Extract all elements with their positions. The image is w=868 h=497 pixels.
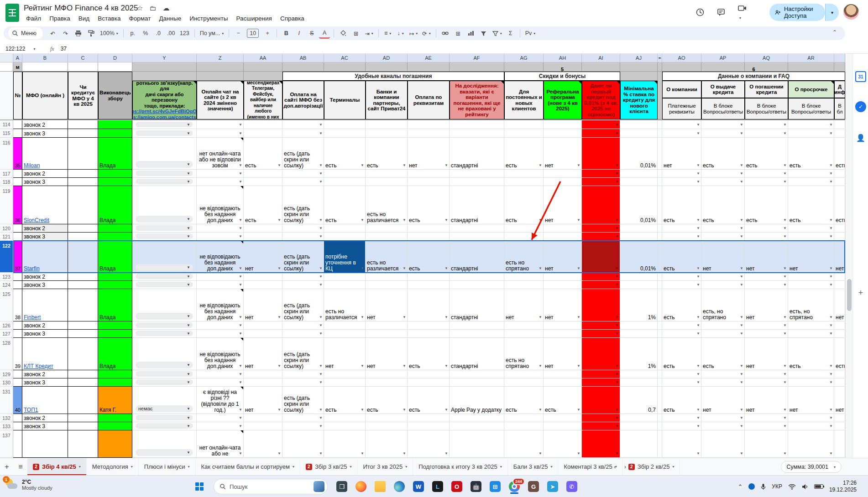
cell-124-AG[interactable] xyxy=(504,281,544,289)
cell-115-AI[interactable]: ▼ xyxy=(582,129,620,138)
cell-137-AS[interactable] xyxy=(834,430,845,458)
column-header-AO[interactable]: AO xyxy=(662,54,701,62)
cell-114-AB[interactable]: ▼ xyxy=(282,120,324,129)
battery-icon[interactable] xyxy=(814,484,823,489)
column-header-AH[interactable]: AH xyxy=(544,54,582,62)
cell-114-Z[interactable]: ▼ xyxy=(197,120,244,129)
cell-120-AE[interactable] xyxy=(408,224,450,233)
cell-116-AJ[interactable]: 0,01% xyxy=(620,138,658,170)
cell-131-AB[interactable]: есть (дать скрин или ссылку)▼ xyxy=(282,387,324,414)
cell-dropdown-arrow[interactable]: ▼ xyxy=(577,162,580,168)
select-all-box[interactable] xyxy=(0,54,13,62)
cell-115-AE[interactable] xyxy=(408,129,450,138)
cell-dropdown-arrow[interactable]: ▼ xyxy=(615,423,619,429)
column-title-AR-top[interactable]: О просрочке xyxy=(788,81,834,98)
cell-124-AS[interactable] xyxy=(834,281,845,289)
telegram-icon[interactable]: ➤ xyxy=(545,479,560,494)
cell-dropdown-arrow[interactable]: ▼ xyxy=(829,322,833,328)
cell-dropdown-arrow[interactable]: ▼ xyxy=(740,225,743,231)
cell-126-AP[interactable]: ▼ xyxy=(701,321,745,330)
cell-122-Y[interactable]: ▼ xyxy=(132,241,197,273)
cell-118-AF[interactable] xyxy=(450,178,504,186)
cell-dropdown-arrow[interactable]: ▼ xyxy=(783,274,787,280)
cell-117-AS[interactable] xyxy=(834,170,845,178)
cell-118-D[interactable] xyxy=(98,178,132,186)
column-title-AS-top[interactable]: Д инф xyxy=(834,81,845,98)
cell-117-A[interactable] xyxy=(13,170,22,178)
cell-131-AR[interactable]: нет▼ xyxy=(788,387,834,414)
vertical-align-button[interactable]: ↓▾ xyxy=(395,28,406,39)
cell-dropdown-arrow[interactable]: ▼ xyxy=(444,162,448,168)
cell-127-AC[interactable] xyxy=(324,330,366,338)
cell-120-AQ[interactable]: ▼ xyxy=(745,224,788,233)
cell-123-AC[interactable] xyxy=(324,273,366,281)
dropdown-128-Y[interactable]: ▼ xyxy=(136,362,193,368)
cell-125-AC[interactable]: есть но различается▼ xyxy=(324,289,366,321)
doc-title-icons[interactable]: ☆🗀☁ xyxy=(137,4,176,12)
band12-HID[interactable] xyxy=(658,62,662,72)
cell-129-HID[interactable] xyxy=(658,370,662,378)
cell-119-AP[interactable]: есть▼ xyxy=(701,186,745,224)
band12-AC[interactable] xyxy=(324,62,366,72)
cell-133-D[interactable] xyxy=(98,422,132,430)
cell-118-AQ[interactable]: ▼ xyxy=(745,178,788,186)
cell-127-A[interactable] xyxy=(13,330,22,338)
cell-129-A[interactable] xyxy=(13,370,22,378)
cell-dropdown-arrow[interactable]: ▼ xyxy=(539,363,542,369)
tab-menu-arrow[interactable]: ▾ xyxy=(550,465,552,469)
cell-dropdown-arrow[interactable]: ▼ xyxy=(361,217,364,223)
column-header-AQ[interactable]: AQ xyxy=(745,54,788,62)
cell-120-AI[interactable]: ▼ xyxy=(582,224,620,233)
cell-123-D[interactable] xyxy=(98,273,132,281)
cell-119-AS[interactable]: есть xyxy=(834,186,845,224)
tab-Итог 3 кв 2025[interactable]: Итог 3 кв 2025▾ xyxy=(357,458,413,476)
cell-dropdown-arrow[interactable]: ▼ xyxy=(740,282,743,288)
cell-dropdown-arrow[interactable]: ▼ xyxy=(319,331,323,337)
tabs-prev-button[interactable]: ‹ xyxy=(614,463,616,470)
column-title-AO-bottom[interactable]: Платежные реквизиты xyxy=(662,98,701,119)
cell-133-AQ[interactable]: ▼ xyxy=(745,422,788,430)
cell-dropdown-arrow[interactable]: ▼ xyxy=(319,371,323,377)
cell-132-HID[interactable] xyxy=(658,414,662,422)
cell-126-AB[interactable]: ▼ xyxy=(282,321,324,330)
band12-Y[interactable] xyxy=(132,62,197,72)
cell-dropdown-arrow[interactable]: ▼ xyxy=(740,171,743,176)
band12-gut[interactable] xyxy=(0,62,13,72)
cell-122-AE[interactable]: есть▼ xyxy=(408,241,450,273)
insert-link-button[interactable] xyxy=(440,28,451,39)
cell-121-AS[interactable] xyxy=(834,233,845,241)
cell-115-Z[interactable]: ▼ xyxy=(197,129,244,138)
cell-132-A[interactable] xyxy=(13,414,22,422)
mfo-link-Finbert[interactable]: Finbert xyxy=(24,315,41,321)
cell-dropdown-arrow[interactable]: ▼ xyxy=(444,450,448,456)
cell-127-AO[interactable]: ▼ xyxy=(662,330,701,338)
cell-115-Y[interactable]: ▼ xyxy=(132,129,197,138)
cell-128-A[interactable]: 39 xyxy=(13,338,22,370)
column-title-AC[interactable]: Терминалы xyxy=(324,81,366,119)
onedrive-icon[interactable] xyxy=(748,483,755,490)
cell-dropdown-arrow[interactable]: ▼ xyxy=(740,331,743,337)
text-rotate-button[interactable]: ⟳▾ xyxy=(421,28,432,39)
cell-137-AG[interactable]: ▼ xyxy=(504,430,544,458)
cell-114-AO[interactable]: ▼ xyxy=(662,120,701,129)
cell-126-HID[interactable] xyxy=(658,321,662,330)
cell-119-Z[interactable]: не відповідають без надання доп.даних▼ xyxy=(197,186,244,224)
column-title-AI[interactable]: Дают ли первый кредит под 0,01% (з 4 кв.… xyxy=(582,81,620,119)
cell-116-C[interactable] xyxy=(68,138,98,170)
cell-133-AG[interactable] xyxy=(504,422,544,430)
cell-114-A[interactable] xyxy=(13,120,22,129)
cell-118-AJ[interactable] xyxy=(620,178,658,186)
cell-131-AA[interactable]: нет▼ xyxy=(244,387,282,414)
cell-121-AO[interactable]: ▼ xyxy=(662,233,701,241)
cell-129-AB[interactable]: ▼ xyxy=(282,370,324,378)
cell-dropdown-arrow[interactable]: ▼ xyxy=(696,282,700,288)
vertical-scrollbar-thumb[interactable] xyxy=(847,279,852,311)
cell-dropdown-arrow[interactable]: ▼ xyxy=(783,407,787,413)
cell-dropdown-arrow[interactable]: ▼ xyxy=(829,363,833,369)
cell-118-AB[interactable]: ▼ xyxy=(282,178,324,186)
font-size-increase[interactable]: + xyxy=(262,28,273,39)
cell-129-AO[interactable]: ▼ xyxy=(662,370,701,378)
cell-dropdown-arrow[interactable]: ▼ xyxy=(615,371,619,377)
row-header-116[interactable]: 116 xyxy=(0,138,13,170)
cell-118-Y[interactable]: ▼ xyxy=(132,178,197,186)
